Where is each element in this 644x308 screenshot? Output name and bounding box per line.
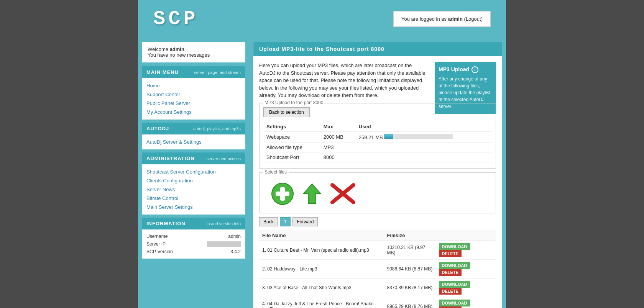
download-button-1[interactable]: DOWNLOAD (439, 243, 470, 250)
delete-button-2[interactable]: DELETE (439, 269, 462, 276)
content: Upload MP3-file to the Shoutcast port 80… (249, 38, 506, 308)
download-button-4[interactable]: DOWNLOAD (439, 300, 470, 306)
info-row-server-ip: Server IP ██████████ (146, 240, 241, 248)
back-to-selection-button[interactable]: Back to selection (263, 107, 310, 117)
table-row: 3. 03 Ace of Base - All That She Wants.m… (259, 278, 496, 297)
delete-button-1[interactable]: DELETE (439, 250, 462, 257)
administration-menu-items: Shoutcast Server Configuration Clients C… (142, 164, 245, 215)
delete-button-3[interactable]: DELETE (439, 288, 462, 295)
information-title: INFORMATION (146, 221, 186, 226)
welcome-text: Welcome admin (148, 46, 240, 52)
content-title-bar: Upload MP3-file to the Shoutcast port 80… (253, 42, 502, 56)
used-col-header: Used (356, 122, 492, 132)
info-row-scp-version: SCP-Version 3.4.2 (146, 248, 241, 256)
download-button-3[interactable]: DOWNLOAD (439, 281, 470, 288)
settings-table: Settings Max Used Webspace 2000 MB (263, 122, 492, 162)
used-filetype (356, 142, 492, 152)
sidebar: Welcome admin You have no new messages M… (138, 38, 249, 308)
main-menu-header: MAIN MENU server, page, and stream (142, 66, 245, 78)
info-label-username: Username (146, 234, 168, 239)
forward-page-button[interactable]: Forward (292, 217, 318, 226)
info-label-server-ip: Server IP (146, 241, 166, 247)
setting-webspace: Webspace (263, 131, 320, 142)
file-size-4: 8965.29 KB (8.76 MB) (384, 297, 435, 308)
file-name-2: 2. 02 Haddaway - Life.mp3 (259, 259, 384, 278)
login-info-box: You are logged in as admin (Logout) (393, 11, 491, 27)
menu-item-support[interactable]: Support Center (146, 90, 241, 99)
header: SCP You are logged in as admin (Logout) (138, 0, 506, 38)
max-webspace: 2000 MB (320, 131, 356, 142)
login-text-prefix: You are logged in as (401, 16, 448, 22)
max-filetype: MP3 (320, 142, 356, 152)
delete-icon[interactable] (330, 183, 355, 204)
menu-item-server-news[interactable]: Server News (146, 185, 241, 194)
menu-item-bitrate-control[interactable]: Bitrate Control (146, 194, 241, 203)
max-col-header: Max (320, 122, 356, 132)
info-value-server-ip: ██████████ (207, 241, 241, 247)
info-label-scp-version: SCP-Version (146, 249, 173, 254)
svg-rect-2 (276, 192, 289, 196)
main-menu-items: Home Support Center Public Panel Server … (142, 78, 245, 120)
delete-button-4[interactable]: DELETE (439, 306, 462, 308)
information-subtitle: ip and version info (207, 221, 241, 226)
max-port: 8000 (320, 152, 356, 162)
menu-item-main-server-settings[interactable]: Main Server Settings (146, 203, 241, 211)
file-list-table: File Name Filesize 1. 01 Culture Beat - … (259, 230, 496, 308)
file-actions-2: DOWNLOAD DELETE (436, 259, 496, 278)
file-actions-1: DOWNLOAD DELETE (436, 241, 496, 259)
menu-item-public-panel[interactable]: Public Panel Server (146, 99, 241, 108)
table-row: Shoutcast Port 8000 (263, 152, 492, 162)
menu-item-home[interactable]: Home (146, 81, 241, 90)
info-row-username: Username admin (146, 233, 241, 240)
autodj-menu-items: AutoDj Server & Settings (142, 134, 245, 149)
add-file-icon[interactable] (271, 182, 294, 205)
table-row: Allowed file type MP3 (263, 142, 492, 152)
info-circle-icon: i (472, 66, 478, 73)
progress-bar-fill (384, 134, 393, 139)
setting-port: Shoutcast Port (263, 152, 320, 162)
welcome-messages: You have no new messages (148, 52, 240, 58)
welcome-box: Welcome admin You have no new messages (142, 42, 245, 62)
welcome-username: admin (170, 46, 184, 52)
table-row: 1. 01 Culture Beat - Mr. Vain (special r… (259, 241, 496, 259)
upload-settings-box: MP3 Upload to the port 8000 Back to sele… (259, 103, 496, 169)
administration-title: ADMINISTRATION (146, 156, 195, 161)
info-value-scp-version: 3.4.2 (230, 249, 241, 254)
settings-col-header: Settings (263, 122, 320, 132)
logged-in-username: admin (448, 16, 463, 22)
table-row: Webspace 2000 MB 259.21 MB (263, 131, 492, 142)
autodj-header: AUTODJ autodj, playlist, and mp3s (142, 123, 245, 134)
main-layout: Welcome admin You have no new messages M… (138, 38, 506, 308)
progress-bar-container (384, 134, 453, 139)
main-menu-title: MAIN MENU (146, 69, 179, 75)
pagination: Back 1 Forward (259, 217, 496, 226)
administration-subtitle: server and access (207, 156, 241, 161)
logout-link[interactable]: Logout (466, 16, 481, 22)
page-1-button[interactable]: 1 (280, 217, 291, 226)
menu-item-account[interactable]: My Account Settings (146, 108, 241, 116)
file-size-3: 8370.39 KB (8.17 MB) (384, 278, 435, 297)
setting-filetype: Allowed file type (263, 142, 320, 152)
menu-item-autodj-settings[interactable]: AutoDj Server & Settings (146, 138, 241, 146)
upload-legend-title: MP3 Upload to the port 8000 (263, 100, 325, 105)
autodj-subtitle: autodj, playlist, and mp3s (193, 126, 241, 131)
table-row: 2. 02 Haddaway - Life.mp3 9086.64 KB (8.… (259, 259, 496, 278)
table-row: 4. 04 DJ Jazzy Jeff & The Fresh Prince -… (259, 297, 496, 308)
menu-item-clients-config[interactable]: Clients Configuration (146, 176, 241, 185)
select-files-box: Select files (259, 172, 496, 213)
upload-icon[interactable] (302, 183, 323, 204)
welcome-prefix: Welcome (148, 46, 170, 52)
select-files-label: Select files (263, 169, 289, 175)
used-port (356, 152, 492, 162)
content-panel: Upload MP3-file to the Shoutcast port 80… (253, 42, 502, 308)
menu-item-shoutcast-config[interactable]: Shoutcast Server Configuration (146, 167, 241, 176)
download-button-2[interactable]: DOWNLOAD (439, 262, 470, 269)
used-webspace: 259.21 MB (356, 131, 492, 142)
autodj-title: AUTODJ (146, 126, 169, 131)
file-name-4: 4. 04 DJ Jazzy Jeff & The Fresh Prince -… (259, 297, 384, 308)
filesize-col-header: Filesize (384, 230, 435, 241)
svg-marker-3 (303, 184, 321, 203)
back-page-button[interactable]: Back (259, 217, 278, 226)
file-icons (263, 179, 492, 209)
information-content: Username admin Server IP ██████████ SCP-… (142, 229, 245, 259)
